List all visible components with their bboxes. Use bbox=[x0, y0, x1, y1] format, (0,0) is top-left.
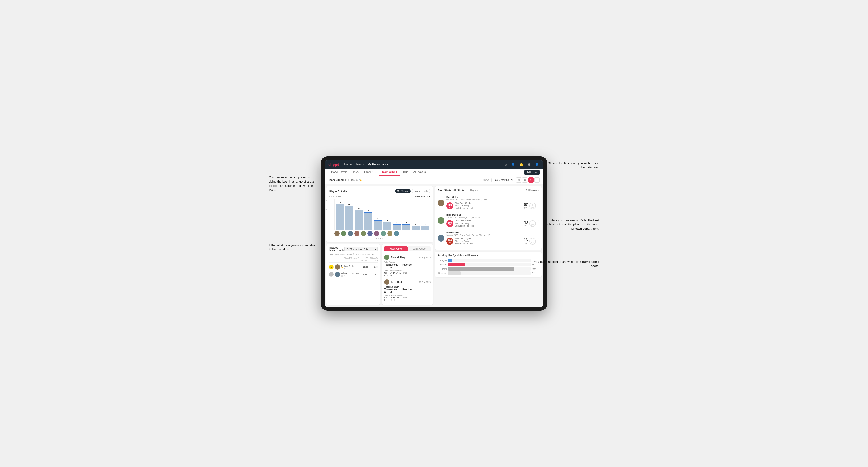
most-active-tab[interactable]: Most Active bbox=[384, 247, 407, 251]
people-icon[interactable]: 👤 bbox=[510, 162, 516, 167]
practice-leaderboards-panel: Practice Leaderboards PUTT Must Make Put… bbox=[327, 244, 380, 305]
matt-avatar bbox=[438, 199, 444, 206]
shot-card-blair[interactable]: Blair McHarg 23 Jul 2023 · Ashridge GC, … bbox=[438, 212, 539, 229]
dropdown-arrow-icon: ▾ bbox=[429, 195, 430, 198]
all-shots-tab[interactable]: All Shots bbox=[453, 189, 464, 192]
player-avatar-9 bbox=[387, 231, 393, 236]
player-avatar-3 bbox=[348, 231, 353, 236]
blair-name: Blair McHarg bbox=[391, 256, 417, 259]
players-shots-tab[interactable]: Players bbox=[469, 189, 478, 192]
player-avatar-2 bbox=[341, 231, 346, 236]
bar-col-1: 12 bbox=[345, 203, 353, 230]
par-filter-arrow: ▾ bbox=[463, 254, 464, 257]
rees-practice-label: Total Practice Activities bbox=[384, 294, 431, 297]
shot-card-matt[interactable]: Matt Miller 09 Jun 2023 · Royal North De… bbox=[438, 194, 539, 212]
scoring-chart: Eagles 3 Birdies bbox=[437, 259, 539, 275]
birdies-row: Birdies 96 bbox=[437, 263, 539, 266]
scoring-title: Scoring bbox=[437, 254, 447, 257]
add-icon[interactable]: ⊕ bbox=[527, 162, 531, 167]
bar-val-0: 13 bbox=[339, 201, 341, 203]
rees-practice-cols: GTTAPPARGPUTT bbox=[384, 297, 431, 299]
col-pb-avg: PB AVG SQ bbox=[368, 257, 378, 261]
tab-team-clippd[interactable]: Team Clippd bbox=[379, 168, 400, 176]
shots-toggle: All Shots ▾ Players bbox=[453, 189, 478, 192]
player-richard-info: Richard Butler 🏆 1 bbox=[341, 265, 359, 269]
col-player-name: PLAYER NAME bbox=[329, 257, 359, 261]
add-team-button[interactable]: Add Team bbox=[524, 170, 540, 175]
edit-icon[interactable]: ✏️ bbox=[359, 179, 362, 181]
birdies-bar bbox=[448, 263, 531, 266]
player-avatar-6 bbox=[368, 231, 373, 236]
view-list-icon[interactable]: ☰ bbox=[534, 177, 540, 183]
best-shots-panel: Best Shots All Shots ▾ Players All Playe… bbox=[435, 186, 541, 250]
eagles-label: Eagles bbox=[437, 259, 447, 261]
rees-practice-vals: 0000 bbox=[384, 299, 431, 301]
view-grid4-icon[interactable]: ▦ bbox=[522, 177, 527, 183]
tab-tour[interactable]: Tour bbox=[400, 168, 410, 176]
matt-sg-badge: 200 SG bbox=[446, 203, 453, 210]
bar-highlight-4 bbox=[374, 220, 382, 220]
player-avatar-7 bbox=[374, 231, 379, 236]
tab-all-players[interactable]: All Players bbox=[411, 168, 429, 176]
team-title: Team Clippd | 14 Players ✏️ bbox=[328, 179, 362, 181]
tab-hcaps[interactable]: Hcaps 1-5 bbox=[361, 168, 379, 176]
blair-yds: 43 yds bbox=[524, 220, 528, 226]
on-course-tab[interactable]: On Course bbox=[395, 189, 411, 193]
drill-dropdown[interactable]: PUTT Must Make Putting ... bbox=[344, 247, 378, 251]
bar-highlight-1 bbox=[345, 206, 353, 206]
bar-4 bbox=[374, 220, 382, 230]
right-panels: Best Shots All Shots ▾ Players All Playe… bbox=[435, 186, 541, 305]
main-content: Player Activity On Course Practice Drill… bbox=[324, 184, 544, 307]
annotation-top-right: Choose the timescale you wish to see the… bbox=[547, 161, 599, 169]
player-richard-avatar bbox=[335, 264, 340, 270]
nav-my-performance[interactable]: My Performance bbox=[368, 163, 389, 166]
bar-col-8: 2 bbox=[412, 223, 420, 230]
pars-bar bbox=[448, 267, 531, 271]
search-icon[interactable]: ⌕ bbox=[504, 162, 508, 167]
activity-top-1: Blair McHarg 26 Aug 2023 bbox=[384, 255, 431, 260]
par-filter-label: Par 3, 4 & 5s bbox=[448, 254, 462, 257]
practice-header: Practice Leaderboards PUTT Must Make Put… bbox=[329, 247, 378, 252]
players-scoring-filter[interactable]: All Players ▾ bbox=[465, 254, 478, 257]
chevron-right-icon-2[interactable]: › bbox=[538, 219, 539, 222]
par-filter[interactable]: Par 3, 4 & 5s ▾ bbox=[448, 254, 464, 257]
player-edward-name: Edward Crossman bbox=[341, 272, 359, 275]
tab-pgat-players[interactable]: PGAT Players bbox=[328, 168, 350, 176]
chevron-right-icon[interactable]: › bbox=[538, 201, 539, 205]
richard-pb-avg: 110 bbox=[368, 266, 378, 268]
bar-col-5: 4 bbox=[383, 219, 391, 230]
all-players-label: All Players bbox=[526, 189, 537, 192]
view-grid2-icon[interactable]: ⊞ bbox=[516, 177, 521, 183]
nav-home[interactable]: Home bbox=[344, 163, 352, 166]
col-pb-score: PB SCORE bbox=[359, 257, 368, 261]
tablet-device: clippd Home Teams My Performance ⌕ 👤 🔔 ⊕… bbox=[321, 156, 547, 311]
player-avatar-8 bbox=[381, 231, 386, 236]
bar-2 bbox=[355, 210, 363, 230]
least-active-tab[interactable]: Least Active bbox=[408, 247, 431, 251]
nav-teams[interactable]: Teams bbox=[355, 163, 364, 166]
team-controls: Show: Last 3 months Last 6 months Last y… bbox=[483, 177, 540, 183]
pars-label: Pars bbox=[437, 268, 447, 270]
bell-icon[interactable]: 🔔 bbox=[519, 162, 524, 167]
view-heart-icon[interactable]: ♥ bbox=[528, 177, 533, 183]
practice-row-2: 2 Edward Crossman ⬜ 2 18/20 107 bbox=[329, 271, 378, 278]
david-yds: 16 yds bbox=[524, 238, 528, 244]
matt-name: Matt Miller bbox=[446, 196, 536, 198]
david-zero-yds: 0 yds bbox=[529, 238, 536, 245]
all-players-scoring-label: All Players bbox=[465, 254, 476, 257]
practice-drills-tab[interactable]: Practice Drills bbox=[412, 189, 430, 193]
total-rounds-dropdown[interactable]: Total Rounds ▾ bbox=[415, 195, 430, 198]
chevron-right-icon-3[interactable]: › bbox=[538, 237, 539, 240]
bar-highlight-2 bbox=[355, 210, 363, 210]
timescale-select[interactable]: Last 3 months Last 6 months Last year bbox=[491, 178, 514, 182]
tab-pga[interactable]: PGA bbox=[350, 168, 361, 176]
matt-yds: 67 yds bbox=[524, 203, 528, 209]
shot-card-david[interactable]: David Ford 24 Aug 2023 · Royal North Dev… bbox=[438, 229, 539, 247]
all-players-filter[interactable]: All Players ▾ bbox=[526, 189, 539, 192]
activity-top-2: Rees Britt 02 Sep 2023 bbox=[384, 280, 431, 285]
dropdown-label: Total Rounds bbox=[415, 195, 429, 198]
player-activity-title: Player Activity bbox=[329, 190, 347, 193]
matt-info: Matt Miller 09 Jun 2023 · Royal North De… bbox=[446, 196, 536, 210]
user-icon[interactable]: 👤 bbox=[534, 162, 540, 167]
annotation-top-left: You can select which player is doing the… bbox=[269, 175, 316, 192]
